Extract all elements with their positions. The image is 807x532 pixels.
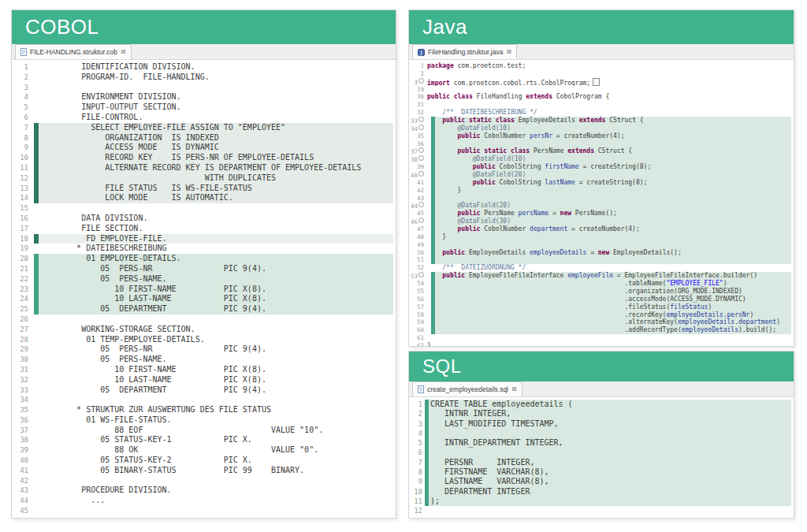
line-number: 51 [409, 256, 426, 264]
panel-title: Java [422, 15, 467, 39]
fold-toggle-icon[interactable] [418, 171, 424, 177]
line-number: 59 [409, 318, 426, 326]
code-line: 1 IDENTIFICATION DIVISION. [12, 62, 396, 73]
line-number: 1 [409, 400, 425, 409]
tab-close-icon[interactable]: ⊠ [511, 386, 517, 392]
line-number: 42 [409, 187, 426, 195]
tab-close-icon[interactable]: ⊠ [506, 49, 511, 55]
code-line: 2 [409, 70, 794, 78]
code-line: 11); [409, 497, 794, 506]
code-line: 35 * STRUKTUR ZUR AUSWERTUNG DES FILE ST… [12, 405, 396, 415]
line-number: 19 [12, 244, 31, 254]
line-number: 35 [12, 405, 31, 415]
line-number: 41 [12, 466, 31, 476]
line-number: 10 [409, 487, 425, 497]
line-number: 13 [12, 184, 31, 194]
line-number: 43 [409, 195, 426, 203]
line-number: 48 [409, 233, 426, 241]
code-line: 9 ACCESS MODE IS DYNAMIC [12, 143, 396, 153]
code-line: 42 [12, 476, 396, 486]
line-number: 39 [12, 445, 31, 456]
code-line: 33 public static class EmployeeDetails e… [409, 117, 794, 125]
code-line: 20 01 EMPLOYEE-DETAILS. [12, 254, 396, 264]
code-line: 44 @DataField(20) [409, 202, 794, 210]
line-number: 47 [409, 225, 426, 233]
code-line: 11 ALTERNATE RECORD KEY IS DEPARTMENT OF… [12, 163, 396, 173]
code-line: 45 [12, 506, 396, 516]
svg-text:J: J [419, 50, 422, 56]
code-line: 34 [12, 395, 396, 405]
fold-toggle-icon[interactable] [418, 125, 424, 130]
fold-toggle-icon[interactable] [418, 218, 424, 223]
code-line: 5 INPUT-OUTPUT SECTION. [12, 102, 396, 113]
line-number: 36 [409, 140, 426, 148]
sql-panel: SQL create_employeedetails.sql ⊠ 1CREATE… [408, 351, 794, 519]
highlight-region [431, 241, 791, 249]
code-line: 38 @DataField(10) [409, 155, 794, 163]
code-line: 58 .recordKey(employeeDetails.persNr) [409, 311, 794, 319]
code-line: 33 05 DEPARTMENT PIC 9(4). [12, 385, 396, 396]
line-number: 37 [409, 147, 426, 155]
code-line: 55 .organization(ORG_MODE.INDEXED) [409, 288, 794, 296]
line-number: 11 [12, 163, 31, 173]
java-tab[interactable]: J FileHandling.struktur.java ⊠ [412, 44, 517, 59]
code-line: 52 /** DATEIZUORDNUNG */ [409, 264, 794, 272]
line-number: 1 [409, 62, 426, 70]
line-number: 11 [409, 497, 425, 506]
line-number: 57 [409, 303, 426, 311]
collapsed-code-icon[interactable] [593, 78, 600, 86]
line-number: 49 [409, 241, 426, 249]
line-number: 9 [12, 143, 31, 153]
line-number: 28 [12, 335, 31, 345]
cobol-tab[interactable]: FILE-HANDLING.struktur.cob ⊠ [15, 44, 132, 59]
sql-tab[interactable]: create_employeedetails.sql ⊠ [412, 381, 523, 396]
block-marker-bar [431, 256, 435, 264]
code-line: 46 @DataField(30) [409, 218, 794, 225]
fold-toggle-icon[interactable] [418, 147, 424, 153]
java-file-icon: J [418, 49, 425, 56]
code-line: 36 01 WS-FILE-STATUS. [12, 415, 396, 426]
sql-tab-strip: create_employeedetails.sql ⊠ [409, 381, 794, 397]
line-number: 61 [409, 334, 426, 342]
line-number: 40 [409, 171, 426, 179]
code-line: 1CREATE TABLE employeedetails ( [409, 400, 794, 409]
code-line: 56 .accessMode(ACCESS_MODE.DYNAMIC) [409, 296, 794, 303]
code-line: 2 PROGRAM-ID. FILE-HANDLING. [12, 73, 396, 83]
tab-close-icon[interactable]: ⊠ [121, 49, 126, 55]
code-line: 49 [409, 241, 794, 249]
fold-toggle-icon[interactable] [418, 155, 424, 161]
line-number: 27 [12, 325, 31, 335]
code-line: 36 [409, 140, 794, 148]
code-line: 31 10 FIRST-NAME PIC X(8). [12, 365, 396, 375]
line-number: 31 [12, 365, 31, 375]
code-line: 14 LOCK MODE IS AUTOMATIC. [12, 193, 396, 203]
line-number: 53 [409, 272, 426, 280]
line-number: 3 [409, 419, 425, 429]
code-line: 4 ENVIRONMENT DIVISION. [12, 92, 396, 102]
code-line: 3import com.proetcon.cobol.rts.CobolProg… [409, 78, 794, 86]
code-line: 15 [12, 203, 396, 214]
code-line: 19 [409, 86, 794, 94]
sql-editor[interactable]: 1CREATE TABLE employeedetails (2 INTNR I… [409, 397, 794, 518]
code-line: 17 FILE SECTION. [12, 224, 396, 234]
fold-toggle-icon[interactable] [418, 78, 424, 84]
line-number: 62 [409, 342, 426, 346]
line-number: 18 [12, 234, 31, 244]
line-number: 16 [12, 214, 31, 224]
line-number: 2 [409, 409, 425, 419]
fold-toggle-icon[interactable] [418, 202, 424, 207]
fold-toggle-icon[interactable] [418, 117, 424, 122]
line-number: 38 [409, 155, 426, 163]
line-number: 36 [12, 415, 31, 426]
line-number: 33 [409, 117, 426, 125]
code-line: 51 [409, 256, 794, 264]
code-line: 23 10 FIRST-NAME PIC X(8). [12, 285, 396, 295]
cobol-editor[interactable]: 1 IDENTIFICATION DIVISION.2 PROGRAM-ID. … [12, 60, 396, 518]
fold-toggle-icon[interactable] [418, 272, 424, 277]
line-number: 8 [12, 133, 31, 143]
code-line: 31 [409, 101, 794, 109]
line-number: 42 [12, 476, 31, 486]
java-editor[interactable]: 1package com.proetcon.test;23import com.… [409, 60, 794, 346]
line-number: 38 [12, 435, 31, 445]
line-number: 17 [12, 224, 31, 234]
